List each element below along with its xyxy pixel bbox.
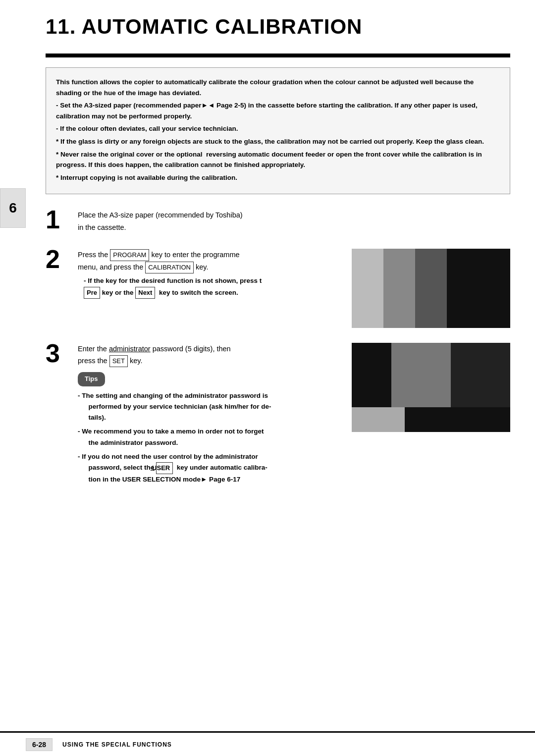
step-3-number: 3	[46, 340, 70, 366]
swatch-mid	[383, 249, 415, 328]
set-key: SET	[109, 355, 128, 367]
title-divider	[46, 54, 510, 57]
step-3-content: Enter the administrator password (5 digi…	[78, 343, 352, 488]
step-3-text: Enter the administrator password (5 digi…	[78, 343, 352, 368]
swatch-light	[352, 249, 383, 328]
step-3-img-b-gray	[352, 407, 405, 432]
step-3-img-top	[352, 343, 510, 407]
pre-key: Pre	[84, 287, 100, 299]
warning-box: This function allows the copier to autom…	[46, 67, 510, 194]
step-2-content: Press the PROGRAM key to enter the progr…	[78, 249, 352, 299]
step-2-row: 2 Press the PROGRAM key to enter the pro…	[46, 249, 510, 328]
step-3-img-b-black	[405, 407, 510, 432]
step-3-img-dark-right	[451, 343, 510, 407]
steps-section: 1 Place the A3-size paper (recommended b…	[46, 209, 510, 513]
step-1-text: Place the A3-size paper (recommended by …	[78, 211, 243, 231]
footer-text: USING THE SPECIAL FUNCTIONS	[62, 741, 172, 748]
tips-line-2: - We recommend you to take a memo in ord…	[78, 426, 352, 448]
swatch-black	[447, 249, 510, 328]
warning-line5: * Never raise the original cover or the …	[56, 149, 500, 170]
step-3-image	[352, 343, 510, 432]
step-2-text-main: Press the PROGRAM key to enter the progr…	[78, 249, 352, 273]
program-key: PROGRAM	[110, 249, 149, 261]
step-1-content: Place the A3-size paper (recommended by …	[78, 209, 510, 233]
page-footer: 6-28 USING THE SPECIAL FUNCTIONS	[0, 731, 535, 756]
warning-line2: - Set the A3-sized paper (recommended pa…	[56, 100, 500, 121]
chapter-number: 6	[9, 200, 17, 216]
chapter-tab: 6	[0, 188, 26, 228]
step-1-number: 1	[46, 207, 70, 232]
tips-box: Tips - The setting and changing of the a…	[78, 372, 352, 485]
step-3-img-gray-mid	[391, 343, 451, 407]
step-2-number: 2	[46, 246, 70, 272]
footer-page-number: 6-28	[26, 738, 53, 751]
next-key: Next	[135, 287, 155, 299]
swatch-dark	[415, 249, 447, 328]
page-container: 6 11. AUTOMATIC CALIBRATION This functio…	[0, 0, 535, 756]
warning-line3: - If the colour often deviates, call you…	[56, 123, 500, 134]
step-3-img-black-left	[352, 343, 391, 407]
calibration-key: CALIBRATION	[145, 262, 194, 273]
step-1-row: 1 Place the A3-size paper (recommended b…	[46, 209, 510, 233]
tips-content: - The setting and changing of the admini…	[78, 390, 352, 485]
warning-line4: * If the glass is dirty or any foreign o…	[56, 136, 500, 147]
title-section: 11. AUTOMATIC CALIBRATION	[46, 0, 510, 49]
step-2-image	[352, 249, 510, 328]
user-key: USER	[156, 462, 173, 474]
tips-badge: Tips	[78, 372, 105, 386]
step-2-note: - If the key for the desired function is…	[78, 275, 352, 299]
warning-line6: * Interrupt copying is not available dur…	[56, 172, 500, 183]
step-3-admin-word: administrator	[109, 345, 151, 353]
step-3-row: 3 Enter the administrator password (5 di…	[46, 343, 510, 488]
page-title: 11. AUTOMATIC CALIBRATION	[46, 15, 510, 39]
tips-line-3: - If you do not need the user control by…	[78, 451, 352, 485]
tips-line-1: - The setting and changing of the admini…	[78, 390, 352, 424]
main-content: 11. AUTOMATIC CALIBRATION This function …	[26, 0, 535, 513]
warning-line1: This function allows the copier to autom…	[56, 77, 500, 98]
step-3-img-bottom	[352, 407, 510, 432]
